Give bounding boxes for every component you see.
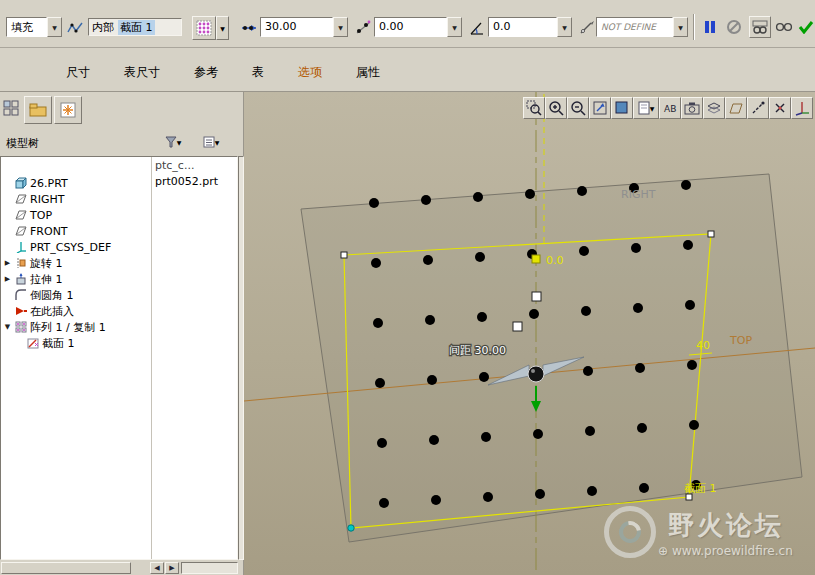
chevron-down-icon[interactable]: ▼ [673, 17, 688, 37]
pattern-point[interactable] [475, 252, 485, 262]
pattern-point[interactable] [579, 246, 589, 256]
pattern-point[interactable] [369, 198, 379, 208]
tab-options[interactable]: 选项 [294, 62, 326, 83]
pattern-point[interactable] [421, 195, 431, 205]
tree-filter-button[interactable]: ▼ [160, 132, 186, 152]
pattern-point[interactable] [477, 312, 487, 322]
tree-item-right-plane[interactable]: ▶ RIGHT [1, 191, 149, 207]
tree-item-section[interactable]: 截面 1 [1, 335, 149, 351]
saved-views-button[interactable]: ▼ [633, 97, 659, 119]
tree-item-label[interactable]: FRONT [30, 225, 68, 238]
panel-toggle-icon[interactable] [3, 100, 19, 116]
pattern-point[interactable] [633, 303, 643, 313]
zoom-region-button[interactable] [523, 97, 545, 119]
pattern-type-value[interactable]: 填充 [6, 17, 47, 37]
preview-button[interactable] [773, 16, 795, 38]
tree-item-label[interactable]: 26.PRT [30, 177, 68, 190]
pattern-point[interactable] [533, 429, 543, 439]
pattern-point[interactable] [639, 483, 649, 493]
tab-properties[interactable]: 属性 [352, 62, 384, 83]
tree-item-label[interactable]: TOP [30, 209, 52, 222]
csys-toggle-button[interactable] [791, 97, 813, 119]
tree-item-round[interactable]: ▶ 倒圆角 1 [1, 287, 149, 303]
datum-plane-toggle-button[interactable] [725, 97, 747, 119]
pattern-point[interactable] [473, 192, 483, 202]
pattern-point[interactable] [529, 309, 539, 319]
pattern-origin-handle[interactable] [528, 366, 544, 382]
corner-handle[interactable] [708, 231, 714, 237]
pattern-point[interactable] [535, 489, 545, 499]
layer-tree-tab[interactable] [54, 96, 82, 124]
pattern-point[interactable] [689, 420, 699, 430]
width-dimension-label[interactable]: 40 [696, 339, 710, 352]
pattern-point[interactable] [429, 435, 439, 445]
zoom-out-button[interactable] [567, 97, 589, 119]
pattern-point[interactable] [481, 432, 491, 442]
angle-combo[interactable]: 0.0 ▼ [488, 17, 572, 37]
graphics-area[interactable]: RIGHT TOP 0.0 40 截面 1 间距 30.00 [244, 92, 815, 575]
pattern-point[interactable] [483, 492, 493, 502]
pattern-point[interactable] [687, 360, 697, 370]
spacing-combo[interactable]: 30.00 ▼ [260, 17, 348, 37]
tree-item-label[interactable]: RIGHT [30, 193, 64, 206]
pattern-point[interactable] [581, 306, 591, 316]
pattern-point[interactable] [431, 495, 441, 505]
verify-button[interactable] [749, 16, 771, 38]
sheet-plane[interactable] [301, 174, 802, 542]
refit-button[interactable] [589, 97, 611, 119]
tree-item-label[interactable]: 倒圆角 1 [30, 288, 74, 303]
pattern-point[interactable] [371, 258, 381, 268]
zoom-in-button[interactable] [545, 97, 567, 119]
tree-item-label[interactable]: 在此插入 [30, 304, 74, 319]
pattern-point[interactable] [373, 318, 383, 328]
chevron-down-icon[interactable]: ▼ [447, 17, 462, 37]
tree-item-label[interactable]: 截面 1 [42, 336, 75, 351]
pattern-point[interactable] [479, 372, 489, 382]
pattern-point[interactable] [423, 255, 433, 265]
no-preview-button[interactable] [723, 16, 745, 38]
corner-vertex-handle[interactable] [348, 525, 354, 531]
section-collector[interactable]: 内部 截面 1 [88, 18, 182, 36]
pattern-style-dropdown[interactable]: ▼ [216, 16, 229, 40]
spacing-dimension-label[interactable]: 间距 30.00 [449, 344, 506, 357]
tab-table-dimensions[interactable]: 表尺寸 [120, 62, 164, 83]
pattern-point[interactable] [379, 498, 389, 508]
chevron-down-icon[interactable]: ▼ [47, 17, 62, 37]
layers-button[interactable] [703, 97, 725, 119]
pause-button[interactable] [699, 16, 721, 38]
tree-item-top-plane[interactable]: ▶ TOP [1, 207, 149, 223]
spacing-drag-handle[interactable] [532, 292, 541, 301]
tree-column-header[interactable]: ptc_c... [155, 159, 194, 172]
tree-item-label[interactable]: PRT_CSYS_DEF [30, 241, 111, 254]
model-tree-tab[interactable] [24, 96, 52, 124]
accept-button[interactable] [797, 16, 815, 38]
datum-axis-toggle-button[interactable] [747, 97, 769, 119]
tab-references[interactable]: 参考 [190, 62, 222, 83]
angle-drag-handle[interactable] [532, 255, 540, 263]
tree-settings-button[interactable]: ▼ [196, 132, 226, 152]
pattern-point[interactable] [635, 363, 645, 373]
status-value[interactable]: NOT DEFINE [596, 17, 673, 37]
tree-item-front-plane[interactable]: ▶ FRONT [1, 223, 149, 239]
pattern-point[interactable] [585, 426, 595, 436]
pattern-type-combo[interactable]: 填充 ▼ [6, 17, 62, 37]
tree-item-csys[interactable]: ▶ PRT_CSYS_DEF [1, 239, 149, 255]
second-spacing-combo[interactable]: 0.00 ▼ [374, 17, 462, 37]
scroll-left-button[interactable]: ◀ [150, 562, 164, 574]
tree-item-label[interactable]: 旋转 1 [30, 256, 63, 271]
tree-column-divider[interactable] [151, 157, 152, 559]
spacing-drag-handle[interactable] [513, 322, 522, 331]
pattern-point[interactable] [587, 486, 597, 496]
corner-handle[interactable] [341, 252, 347, 258]
angle-value[interactable]: 0.0 [488, 17, 557, 37]
pattern-point[interactable] [377, 438, 387, 448]
tab-dimensions[interactable]: 尺寸 [62, 62, 94, 83]
tree-item-revolve[interactable]: ▶ 旋转 1 [1, 255, 149, 271]
tree-cell-value[interactable]: prt0052.prt [155, 175, 218, 188]
pattern-point[interactable] [583, 366, 593, 376]
pattern-point[interactable] [425, 315, 435, 325]
tree-item-pattern[interactable]: ▼ 阵列 1 / 复制 1 [1, 319, 149, 335]
collapse-icon[interactable]: ▼ [3, 323, 12, 331]
second-spacing-value[interactable]: 0.00 [374, 17, 447, 37]
pattern-style-button[interactable] [192, 16, 216, 40]
